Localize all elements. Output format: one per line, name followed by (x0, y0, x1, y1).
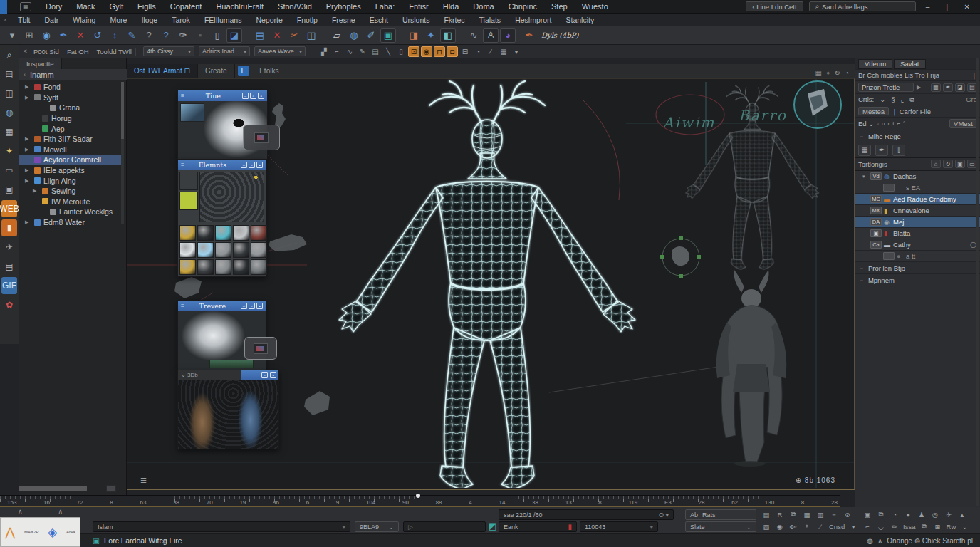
tool-icon[interactable]: WEB (1, 200, 17, 217)
menu-item[interactable]: Doma (466, 2, 501, 11)
toolbar-icon[interactable] (457, 28, 464, 43)
expand-icon[interactable]: ∧ (877, 537, 882, 545)
panel-window-button[interactable]: ▫ (249, 162, 255, 168)
expand-arrow-icon[interactable]: ▶ (25, 178, 31, 184)
collapsed-section[interactable]: ⌄ Pror len Btjo (855, 262, 980, 274)
vmest-button[interactable]: VMest (949, 119, 977, 128)
menu-item[interactable]: Hlda (436, 2, 466, 11)
panel-flyout[interactable] (244, 337, 277, 360)
toolbar-icon[interactable]: ◪ (226, 28, 242, 43)
panel-title-bar[interactable]: ≡ Trevere –▫▪ (178, 301, 266, 311)
close-button[interactable]: ✕ (960, 3, 974, 11)
viewport-list-icon[interactable]: ☰ (140, 476, 147, 484)
toolbar-icon[interactable]: ◧ (440, 28, 456, 43)
preset-tool-icon[interactable]: ✒ (943, 83, 953, 92)
animation-control-icon[interactable]: €« (788, 521, 799, 531)
preset-caret-icon[interactable]: ▶ (917, 84, 921, 90)
timeline-ruler[interactable]: 15316728633870199669104908841438138119E3… (0, 495, 840, 507)
right-panel-tab[interactable]: Savlat (894, 59, 925, 69)
expand-arrow-icon[interactable]: ▶ (25, 167, 31, 173)
toolbar-icon[interactable]: ↺ (90, 28, 105, 43)
panel-window-button[interactable]: ▫ (249, 303, 255, 309)
snap-toggle-icon[interactable]: ⊡ (408, 46, 419, 57)
tool-icon[interactable]: ▣ (1, 181, 17, 198)
floating-panel-characters[interactable]: ⌄ 3Db ▫▪ (177, 370, 279, 449)
menu-item[interactable]: Laba: (368, 2, 402, 11)
viewport-nav-icon[interactable]: ◎ (929, 509, 941, 519)
toolbar-icon[interactable]: ▪ (192, 28, 208, 43)
toolbar-icon[interactable] (244, 28, 251, 43)
snap-toggle-icon[interactable]: ∕ (485, 46, 496, 57)
control-icon[interactable]: § (891, 95, 895, 103)
menu-item[interactable]: Fkrtec (437, 16, 471, 24)
menu-item[interactable]: Tarok (165, 16, 197, 24)
toolbar-icon[interactable]: ✕ (269, 28, 285, 43)
snap-toggle-icon[interactable]: ⊟ (459, 46, 471, 57)
panel-window-button[interactable]: ▪ (258, 93, 264, 99)
material-thumbnail[interactable] (197, 242, 214, 258)
control-icon[interactable]: ⧉ (909, 95, 914, 104)
snap-toggle-icon[interactable]: ⊓ (434, 46, 445, 57)
viewport-nav-icon[interactable]: ✏ (889, 521, 900, 531)
tree-row[interactable]: Aep (19, 123, 124, 134)
tree-row[interactable]: Horug (19, 113, 124, 124)
toolbar-icon[interactable]: ↕ (107, 28, 123, 43)
floating-panel-elements[interactable]: ≡ Elemnts –▫▪ (177, 159, 266, 277)
back-chevron-icon[interactable]: ‹ (0, 16, 11, 24)
toolbar-text-item[interactable]: Fat OH (63, 48, 93, 56)
caret-icon[interactable]: ▾ (342, 523, 345, 531)
tool-icon[interactable]: ◫ (1, 85, 17, 102)
material-thumbnail[interactable] (197, 259, 214, 275)
material-thumbnail[interactable] (233, 225, 249, 241)
animation-control-icon[interactable]: ⊘ (842, 509, 853, 519)
toolbar-icon[interactable]: ✑ (175, 28, 191, 43)
animation-control-icon[interactable]: ▥ (815, 509, 826, 519)
mesh-tool-icon[interactable]: ✒ (875, 145, 888, 156)
edit-mini-icon[interactable]: ° (903, 120, 905, 127)
menu-item[interactable]: Figlls (130, 2, 163, 11)
floating-panel-texture[interactable]: ≡ Trevere –▫▪ (177, 300, 266, 370)
panel-window-button[interactable]: ▫ (261, 372, 268, 378)
script-input[interactable]: Islam ▾ (93, 521, 350, 532)
toolbar-icon[interactable]: ? (141, 28, 157, 43)
menu-item[interactable]: Cbnpinc (501, 2, 544, 11)
menu-item[interactable]: FElIlumans (197, 16, 249, 24)
ab-rats-field[interactable]: AbRats (685, 509, 756, 520)
toolbar-text-item[interactable]: P00t Sid (30, 48, 63, 56)
tool-icon[interactable]: ✿ (1, 296, 17, 313)
viewport-nav-icon[interactable]: ⊞ (932, 521, 943, 531)
menu-item[interactable]: Ston/V3id (271, 2, 319, 11)
animation-control-icon[interactable]: Cnsd (828, 521, 845, 531)
minimize-button[interactable]: – (922, 3, 934, 11)
mesh-tool-icon[interactable]: ▦ (858, 145, 871, 156)
viewport-nav-icon[interactable]: ♟ (916, 509, 927, 519)
scrollbar-corner[interactable] (106, 485, 116, 492)
toolbar-text-item[interactable]: Tooldd TWll (93, 48, 136, 56)
expand-arrow-icon[interactable]: ▶ (25, 147, 31, 152)
pen-icon[interactable]: ✒ (521, 28, 537, 43)
panel-title-bar[interactable]: ⌄ 3Db ▫▪ (178, 370, 278, 380)
tool-icon[interactable]: ▭ (1, 162, 17, 179)
edit-mini-icon[interactable]: ▫ (877, 120, 879, 127)
vertical-scrollbar[interactable] (121, 82, 124, 224)
toolbar-dropdown[interactable]: Aavea Wave▾ (254, 46, 306, 56)
expand-arrow-icon[interactable]: ▶ (25, 219, 31, 225)
material-thumbnail[interactable] (233, 242, 249, 258)
viewport-tab[interactable]: E (238, 66, 250, 76)
menu-item[interactable]: Iloge (134, 16, 165, 24)
restore-button[interactable]: ❘ (939, 3, 954, 11)
toolbar-icon[interactable] (320, 28, 328, 43)
tree-row[interactable]: ▶ IEle appekts (19, 165, 124, 176)
snap-toggle-icon[interactable]: ∿ (344, 46, 355, 57)
viewport-nav-icon[interactable]: ⌐ (862, 521, 873, 531)
slate-dropdown[interactable]: Slate ⌄ (685, 521, 756, 532)
snap-toggle-icon[interactable]: ◘ (447, 46, 458, 57)
tree-row[interactable]: Aeytoar Conmrell (19, 155, 124, 165)
collapsed-section[interactable]: ⌄ Mpnnem (855, 274, 980, 286)
edit-mini-icon[interactable]: r (888, 120, 890, 127)
menu-item[interactable]: Fnfisr (402, 2, 436, 11)
panel-flyout[interactable] (243, 125, 280, 150)
playhead-marker[interactable] (416, 494, 420, 498)
topology-tool-icon[interactable]: ↻ (943, 160, 953, 168)
node-row[interactable]: ▣ ▮ Blatta (855, 228, 980, 239)
